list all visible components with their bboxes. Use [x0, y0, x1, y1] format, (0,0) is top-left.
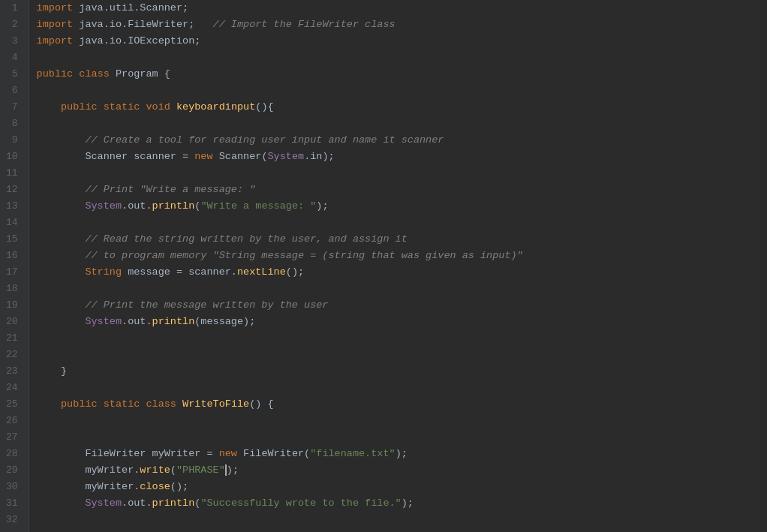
- line-num-14: 14: [6, 215, 23, 231]
- line-num-1: 1: [6, 0, 23, 17]
- line-numbers: 1 2 3 4 5 6 7 8 9 10 11 12 13 14 15 16 1…: [0, 0, 29, 532]
- line-num-4: 4: [6, 50, 23, 66]
- code-line-13: System.out.println("Write a message: ");: [37, 198, 767, 215]
- line-num-15: 15: [6, 231, 23, 248]
- code-line-32: [37, 512, 767, 528]
- line-num-32: 32: [6, 512, 23, 528]
- line-num-21: 21: [6, 330, 23, 347]
- code-line-21: [37, 330, 767, 347]
- code-line-9: // Create a tool for reading user input …: [37, 132, 767, 149]
- line-num-7: 7: [6, 99, 23, 116]
- code-line-31: System.out.println("Successfully wrote t…: [37, 495, 767, 512]
- line-num-27: 27: [6, 429, 23, 446]
- line-num-33: 33: [6, 528, 23, 532]
- line-num-25: 25: [6, 396, 23, 413]
- code-line-3: import java.io.IOException;: [37, 33, 767, 50]
- code-line-15: // Read the string written by the user, …: [37, 231, 767, 248]
- code-line-10: Scanner scanner = new Scanner(System.in)…: [37, 149, 767, 165]
- line-num-10: 10: [6, 149, 23, 165]
- code-line-25: public static class WriteToFile() {: [37, 396, 767, 413]
- line-num-19: 19: [6, 297, 23, 314]
- line-num-24: 24: [6, 380, 23, 396]
- line-num-11: 11: [6, 165, 23, 182]
- code-line-26: [37, 413, 767, 429]
- line-num-5: 5: [6, 66, 23, 83]
- code-content[interactable]: import java.util.Scanner; import java.io…: [29, 0, 767, 532]
- code-line-6: [37, 83, 767, 99]
- code-line-20: System.out.println(message);: [37, 314, 767, 330]
- code-line-17: String message = scanner.nextLine();: [37, 264, 767, 281]
- line-num-8: 8: [6, 116, 23, 132]
- code-line-5: public class Program {: [37, 66, 767, 83]
- code-line-2: import java.io.FileWriter; // Import the…: [37, 17, 767, 33]
- code-line-29: myWriter.write("PHRASE");: [37, 462, 767, 479]
- line-num-31: 31: [6, 495, 23, 512]
- code-line-22: [37, 347, 767, 363]
- line-num-30: 30: [6, 479, 23, 495]
- code-line-30: myWriter.close();: [37, 479, 767, 495]
- code-line-8: [37, 116, 767, 132]
- line-num-6: 6: [6, 83, 23, 99]
- line-num-29: 29: [6, 462, 23, 479]
- line-num-23: 23: [6, 363, 23, 380]
- code-line-12: // Print "Write a message: ": [37, 182, 767, 198]
- line-num-16: 16: [6, 248, 23, 264]
- code-line-11: [37, 165, 767, 182]
- code-line-23: }: [37, 363, 767, 380]
- line-num-17: 17: [6, 264, 23, 281]
- code-line-4: [37, 50, 767, 66]
- code-line-24: [37, 380, 767, 396]
- code-line-19: // Print the message written by the user: [37, 297, 767, 314]
- code-line-28: FileWriter myWriter = new FileWriter("fi…: [37, 446, 767, 462]
- code-line-33: [37, 528, 767, 532]
- line-num-20: 20: [6, 314, 23, 330]
- line-num-26: 26: [6, 413, 23, 429]
- line-num-22: 22: [6, 347, 23, 363]
- line-num-28: 28: [6, 446, 23, 462]
- line-num-9: 9: [6, 132, 23, 149]
- code-line-1: import java.util.Scanner;: [37, 0, 767, 17]
- code-line-16: // to program memory "String message = (…: [37, 248, 767, 264]
- line-num-2: 2: [6, 17, 23, 33]
- code-editor: 1 2 3 4 5 6 7 8 9 10 11 12 13 14 15 16 1…: [0, 0, 767, 532]
- line-num-12: 12: [6, 182, 23, 198]
- code-line-7: public static void keyboardinput(){: [37, 99, 767, 116]
- code-line-27: [37, 429, 767, 446]
- code-line-18: [37, 281, 767, 297]
- line-num-13: 13: [6, 198, 23, 215]
- code-line-14: [37, 215, 767, 231]
- line-num-3: 3: [6, 33, 23, 50]
- line-num-18: 18: [6, 281, 23, 297]
